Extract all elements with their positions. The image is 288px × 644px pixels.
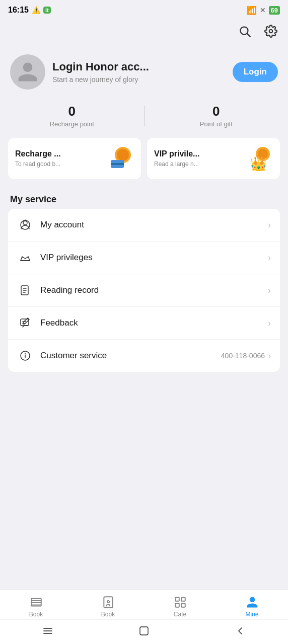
customer-icon xyxy=(17,348,33,364)
nav-item-mine-label: Mine xyxy=(245,611,258,618)
svg-rect-29 xyxy=(181,597,185,601)
recharge-card-title: Recharge ... xyxy=(15,149,61,158)
service-item-customer[interactable]: Customer service 400-118-0066 › xyxy=(8,340,280,372)
chevron-icon-feedback: › xyxy=(268,318,271,329)
system-home-button[interactable] xyxy=(136,623,152,639)
service-item-reading[interactable]: Reading record › xyxy=(8,274,280,307)
cards-row: Recharge ... To read good b... VIP privi… xyxy=(0,138,288,189)
search-button[interactable] xyxy=(236,22,254,40)
profile-subtitle: Start a new journey of glory xyxy=(52,75,226,84)
settings-button[interactable] xyxy=(262,22,280,40)
profile-info: Login Honor acc... Start a new journey o… xyxy=(52,60,226,84)
nav-item-cate[interactable]: Cate xyxy=(144,595,216,618)
battery-icon: 69 xyxy=(269,6,280,15)
bottom-nav: Book Book Cate Mine xyxy=(0,590,288,621)
service-item-customer-label: Customer service xyxy=(40,351,221,361)
service-item-feedback-label: Feedback xyxy=(40,318,268,328)
svg-rect-31 xyxy=(181,603,185,607)
service-item-account-label: My account xyxy=(40,220,268,230)
service-item-feedback[interactable]: Feedback › xyxy=(8,307,280,340)
chevron-icon-reading: › xyxy=(268,285,271,296)
recharge-card-subtitle: To read good b... xyxy=(15,160,61,168)
svg-rect-28 xyxy=(175,597,179,601)
nav-item-book2[interactable]: Book xyxy=(72,595,144,618)
recharge-card[interactable]: Recharge ... To read good b... xyxy=(8,138,141,179)
chevron-icon-account: › xyxy=(268,220,271,230)
account-icon xyxy=(17,217,33,233)
app-icon: it xyxy=(43,7,51,14)
vip-card-title: VIP privile... xyxy=(154,149,199,158)
chevron-icon-vip: › xyxy=(268,253,271,263)
svg-rect-35 xyxy=(140,627,148,635)
status-time: 16:15 ⚠️ it xyxy=(8,6,51,15)
my-service-title: My service xyxy=(0,189,288,209)
service-item-vip[interactable]: VIP privileges › xyxy=(8,242,280,274)
nav-item-cate-label: Cate xyxy=(174,611,186,618)
system-nav xyxy=(0,619,288,644)
svg-point-2 xyxy=(269,30,273,33)
svg-point-27 xyxy=(107,601,109,603)
avatar xyxy=(10,54,45,90)
svg-text:👑: 👑 xyxy=(250,156,267,171)
vip-icon xyxy=(17,250,33,266)
x-icon: ✕ xyxy=(260,6,266,14)
recharge-card-icon xyxy=(109,146,134,171)
login-button[interactable]: Login xyxy=(233,62,278,82)
gift-points: 0 Point of gift xyxy=(145,104,289,128)
nav-item-book1[interactable]: Book xyxy=(0,595,72,618)
book2-icon xyxy=(101,595,115,609)
profile-title: Login Honor acc... xyxy=(52,60,226,73)
svg-rect-17 xyxy=(21,319,29,326)
warning-icon: ⚠️ xyxy=(32,6,40,14)
system-back-button[interactable] xyxy=(232,623,248,639)
feedback-icon xyxy=(17,315,33,331)
profile-section: Login Honor acc... Start a new journey o… xyxy=(0,46,288,100)
status-bar: 16:15 ⚠️ it 📶 ✕ 69 xyxy=(0,0,288,20)
svg-point-4 xyxy=(117,149,129,161)
system-menu-button[interactable] xyxy=(40,623,56,639)
service-item-reading-label: Reading record xyxy=(40,285,268,295)
nav-item-mine[interactable]: Mine xyxy=(216,595,288,618)
cate-icon xyxy=(173,595,187,609)
svg-line-1 xyxy=(247,34,250,37)
nav-item-book1-label: Book xyxy=(29,611,43,618)
chevron-icon-customer: › xyxy=(268,351,271,361)
service-item-vip-label: VIP privileges xyxy=(40,253,268,263)
top-nav xyxy=(0,20,288,46)
status-icons: 📶 ✕ 69 xyxy=(247,6,280,15)
mine-icon xyxy=(245,595,259,609)
svg-point-10 xyxy=(23,221,27,225)
nav-item-book2-label: Book xyxy=(101,611,115,618)
vip-card-icon: 👑 xyxy=(248,146,273,171)
book1-icon xyxy=(29,595,43,609)
service-item-account[interactable]: My account › xyxy=(8,209,280,242)
reading-icon xyxy=(17,282,33,298)
points-row: 0 Recharge point 0 Point of gift xyxy=(0,100,288,138)
service-list: My account › VIP privileges › Reading re… xyxy=(8,209,280,372)
vip-card[interactable]: VIP privile... Read a large n... 👑 xyxy=(147,138,280,179)
vip-card-subtitle: Read a large n... xyxy=(154,160,199,168)
customer-phone: 400-118-0066 xyxy=(221,352,265,360)
svg-rect-6 xyxy=(111,163,124,165)
recharge-points: 0 Recharge point xyxy=(0,104,144,128)
svg-rect-30 xyxy=(175,603,179,607)
wifi-icon: 📶 xyxy=(247,6,257,15)
